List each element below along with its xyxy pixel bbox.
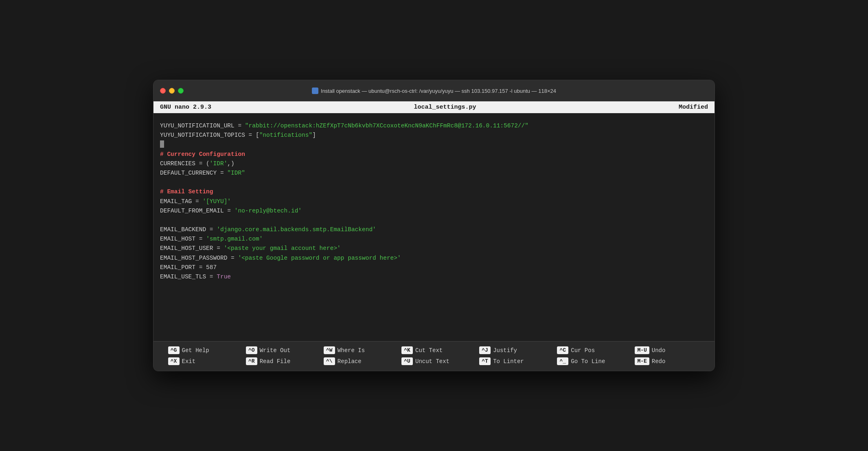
shortcut-where-is[interactable]: ^W Where Is (324, 346, 389, 354)
shortcut-row-2: ^X Exit ^R Read File ^\ Replace ^U Uncut… (153, 356, 715, 367)
shortcut-label-me: Redo (652, 358, 666, 365)
code-line-16: EMAIL_PORT = 587 (160, 263, 708, 272)
code-line-1: YUYU_NOTIFICATION_URL = "rabbit://openst… (160, 121, 708, 131)
shortcut-write-out[interactable]: ^O Write Out (246, 346, 311, 354)
shortcut-key-me: M-E (635, 357, 649, 365)
code-line-17: EMAIL_USE_TLS = True (160, 272, 708, 282)
code-line-10: DEFAULT_FROM_EMAIL = 'no-reply@btech.id' (160, 206, 708, 216)
shortcut-key-w: ^W (324, 346, 335, 354)
shortcut-key-backslash: ^\ (324, 357, 335, 365)
shortcut-label-c: Cur Pos (571, 347, 595, 354)
shortcut-read-file[interactable]: ^R Read File (246, 357, 311, 365)
minimize-button[interactable] (169, 88, 175, 94)
shortcut-uncut-text[interactable]: ^U Uncut Text (401, 357, 467, 365)
folder-icon (312, 88, 318, 94)
terminal-window: Install openstack — ubuntu@rsch-os-ctrl:… (153, 80, 715, 371)
shortcut-label-k: Cut Text (415, 347, 443, 354)
code-line-6: DEFAULT_CURRENCY = "IDR" (160, 169, 708, 178)
filename: local_settings.py (414, 104, 476, 111)
shortcut-label-r: Read File (260, 358, 291, 365)
shortcut-key-mu: M-U (635, 346, 649, 354)
shortcut-cur-pos[interactable]: ^C Cur Pos (557, 346, 622, 354)
shortcut-key-g: ^G (168, 346, 180, 354)
modified-status: Modified (679, 104, 708, 111)
code-line-15: EMAIL_HOST_PASSWORD = '<paste Google pas… (160, 254, 708, 263)
shortcut-to-linter[interactable]: ^T To Linter (479, 357, 544, 365)
code-line-4: # Currency Configuration (160, 150, 708, 159)
code-line-3 (160, 140, 708, 149)
close-button[interactable] (160, 88, 166, 94)
statusbar: ^G Get Help ^O Write Out ^W Where Is ^K … (153, 341, 715, 371)
code-line-2: YUYU_NOTIFICATION_TOPICS = ["notificatio… (160, 131, 708, 140)
shortcut-key-u: ^U (401, 357, 413, 365)
shortcut-key-o: ^O (246, 346, 257, 354)
shortcut-label-backslash: Replace (338, 358, 362, 365)
code-line-blank2 (160, 216, 708, 225)
nano-version: GNU nano 2.9.3 (160, 104, 211, 111)
code-line-14: EMAIL_HOST_USER = '<paste your gmail acc… (160, 244, 708, 253)
shortcut-cut-text[interactable]: ^K Cut Text (401, 346, 467, 354)
shortcut-label-underscore: Go To Line (571, 358, 605, 365)
code-line-9: EMAIL_TAG = '[YUYU]' (160, 197, 708, 206)
shortcut-undo[interactable]: M-U Undo (635, 346, 700, 354)
nano-header: GNU nano 2.9.3 local_settings.py Modifie… (153, 101, 715, 113)
shortcut-label-x: Exit (182, 358, 196, 365)
shortcut-key-k: ^K (401, 346, 413, 354)
traffic-lights (160, 88, 184, 94)
shortcut-key-j: ^J (479, 346, 491, 354)
shortcut-row-1: ^G Get Help ^O Write Out ^W Where Is ^K … (153, 345, 715, 356)
shortcut-redo[interactable]: M-E Redo (635, 357, 700, 365)
code-line-12: EMAIL_BACKEND = 'django.core.mail.backen… (160, 225, 708, 234)
shortcut-key-underscore: ^_ (557, 357, 568, 365)
shortcut-label-t: To Linter (493, 358, 524, 365)
code-line-13: EMAIL_HOST = 'smtp.gmail.com' (160, 234, 708, 244)
shortcut-label-o: Write Out (260, 347, 291, 354)
code-line-5: CURRENCIES = ('IDR',) (160, 159, 708, 169)
editor-content[interactable]: YUYU_NOTIFICATION_URL = "rabbit://openst… (153, 113, 715, 341)
shortcut-replace[interactable]: ^\ Replace (324, 357, 389, 365)
code-line-blank1 (160, 178, 708, 187)
maximize-button[interactable] (178, 88, 184, 94)
shortcut-exit[interactable]: ^X Exit (168, 357, 233, 365)
shortcut-get-help[interactable]: ^G Get Help (168, 346, 233, 354)
code-line-8: # Email Setting (160, 187, 708, 197)
shortcut-label-mu: Undo (652, 347, 666, 354)
shortcut-key-c: ^C (557, 346, 568, 354)
shortcut-justify[interactable]: ^J Justify (479, 346, 544, 354)
shortcut-go-to-line[interactable]: ^_ Go To Line (557, 357, 622, 365)
shortcut-label-g: Get Help (182, 347, 209, 354)
shortcut-key-t: ^T (479, 357, 491, 365)
shortcut-key-r: ^R (246, 357, 257, 365)
shortcut-label-u: Uncut Text (415, 358, 449, 365)
titlebar: Install openstack — ubuntu@rsch-os-ctrl:… (153, 80, 715, 101)
shortcut-key-x: ^X (168, 357, 180, 365)
window-title: Install openstack — ubuntu@rsch-os-ctrl:… (312, 88, 556, 94)
cursor (160, 140, 164, 148)
shortcut-label-w: Where Is (338, 347, 365, 354)
shortcut-label-j: Justify (493, 347, 517, 354)
